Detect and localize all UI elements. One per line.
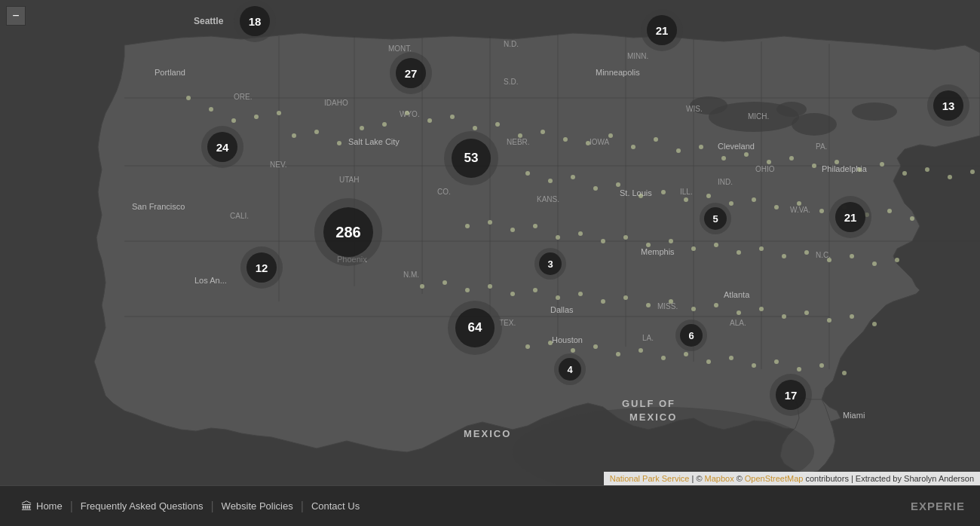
map-dot bbox=[804, 310, 809, 315]
cluster-outer: 3 bbox=[534, 248, 566, 280]
map-dot bbox=[593, 186, 598, 191]
map-dot bbox=[714, 243, 718, 247]
cluster-outer: 18 bbox=[234, 0, 276, 42]
map-dot bbox=[752, 363, 756, 368]
zoom-controls: − bbox=[6, 6, 26, 26]
map-dot bbox=[819, 363, 824, 368]
map-dot bbox=[548, 341, 553, 345]
zoom-out-button[interactable]: − bbox=[6, 6, 26, 26]
svg-text:Salt Lake City: Salt Lake City bbox=[348, 137, 400, 146]
cluster-marker-seattle[interactable]: 18 bbox=[234, 0, 276, 42]
cluster-inner: 13 bbox=[933, 90, 963, 121]
cluster-marker-mississippi[interactable]: 6 bbox=[675, 320, 707, 351]
map-dot bbox=[706, 194, 711, 198]
footer-contact-label: Contact Us bbox=[311, 500, 360, 512]
map-dot bbox=[277, 111, 281, 115]
footer-contact-item[interactable]: Contact Us bbox=[305, 500, 366, 512]
map-dot bbox=[646, 243, 651, 247]
map-dot bbox=[669, 299, 673, 304]
cluster-outer: 4 bbox=[554, 353, 586, 385]
map-dot bbox=[337, 141, 341, 145]
svg-text:Seattle: Seattle bbox=[194, 16, 224, 26]
map-background: Seattle Portland San Francisco Los An...… bbox=[0, 0, 980, 485]
cluster-marker-tennessee[interactable]: 5 bbox=[700, 203, 731, 234]
map-dot bbox=[510, 292, 515, 296]
svg-text:CO.: CO. bbox=[437, 188, 451, 196]
cluster-marker-houston-east[interactable]: 4 bbox=[554, 353, 586, 385]
cluster-marker-boston[interactable]: 13 bbox=[927, 84, 969, 127]
svg-point-8 bbox=[852, 102, 897, 121]
cluster-marker-denver[interactable]: 53 bbox=[444, 131, 498, 185]
svg-text:MISS.: MISS. bbox=[657, 302, 678, 310]
map-dot bbox=[782, 254, 786, 258]
svg-text:NEBR.: NEBR. bbox=[507, 138, 530, 146]
cluster-marker-phoenix[interactable]: 286 bbox=[314, 198, 382, 266]
cluster-outer: 286 bbox=[314, 198, 382, 266]
map-dot bbox=[382, 122, 387, 127]
osm-link[interactable]: OpenStreetMap bbox=[745, 474, 804, 483]
map-dot bbox=[774, 205, 779, 209]
map-dot bbox=[639, 194, 643, 198]
map-dot bbox=[654, 137, 658, 142]
map-dot bbox=[782, 314, 786, 319]
map-dot bbox=[737, 310, 741, 315]
map-dot bbox=[525, 171, 530, 176]
cluster-outer: 27 bbox=[390, 52, 432, 94]
map-dot bbox=[510, 228, 515, 232]
footer-home-item[interactable]: 🏛 Home bbox=[15, 500, 69, 512]
svg-text:WYO.: WYO. bbox=[400, 110, 420, 118]
cluster-inner: 286 bbox=[323, 207, 373, 257]
map-dot bbox=[450, 115, 455, 119]
cluster-marker-montana-wy[interactable]: 27 bbox=[390, 52, 432, 94]
footer-policies-item[interactable]: Website Policies bbox=[216, 500, 299, 512]
footer-policies-label: Website Policies bbox=[222, 500, 293, 512]
footer-faq-item[interactable]: Frequently Asked Questions bbox=[75, 500, 210, 512]
map-dot bbox=[714, 303, 718, 307]
map-dot bbox=[729, 356, 733, 360]
map-dot bbox=[488, 284, 492, 289]
map-dot bbox=[752, 197, 756, 202]
map-dot bbox=[186, 96, 191, 100]
cluster-marker-los-angeles[interactable]: 12 bbox=[240, 246, 283, 289]
svg-text:N.D.: N.D. bbox=[504, 40, 519, 48]
cluster-marker-philadelphia[interactable]: 21 bbox=[829, 196, 871, 238]
cluster-outer: 53 bbox=[444, 131, 498, 185]
cluster-marker-florida-west[interactable]: 17 bbox=[770, 374, 812, 416]
cluster-inner: 18 bbox=[240, 6, 270, 36]
map-dot bbox=[948, 175, 952, 179]
map-dot bbox=[639, 348, 643, 353]
map-dot bbox=[661, 356, 666, 360]
map-dot bbox=[902, 171, 907, 176]
mapbox-link[interactable]: Mapbox bbox=[705, 474, 734, 483]
map-dot bbox=[706, 359, 711, 364]
map-dot bbox=[684, 197, 688, 202]
cluster-marker-dallas-center[interactable]: 3 bbox=[534, 248, 566, 280]
cluster-marker-austin-san-antonio[interactable]: 64 bbox=[448, 301, 502, 355]
map-dot bbox=[819, 209, 824, 213]
svg-text:Dallas: Dallas bbox=[550, 305, 574, 314]
map-dot bbox=[608, 133, 613, 138]
svg-text:WIS.: WIS. bbox=[686, 105, 703, 113]
map-dot bbox=[842, 371, 847, 375]
attribution-bar: National Park Service | © Mapbox © OpenS… bbox=[604, 472, 980, 485]
nps-link[interactable]: National Park Service bbox=[610, 474, 690, 483]
footer-home-label: Home bbox=[36, 500, 63, 512]
cluster-inner: 6 bbox=[680, 324, 703, 347]
svg-text:St. Louis: St. Louis bbox=[620, 188, 652, 197]
cluster-marker-san-francisco[interactable]: 24 bbox=[201, 126, 243, 168]
cluster-inner: 64 bbox=[455, 308, 495, 347]
cluster-outer: 21 bbox=[641, 9, 683, 51]
map-dot bbox=[684, 352, 688, 356]
cluster-marker-north-dakota[interactable]: 21 bbox=[641, 9, 683, 51]
map-dot bbox=[759, 246, 764, 251]
cluster-inner: 21 bbox=[647, 15, 677, 45]
footer: 🏛 Home | Frequently Asked Questions | We… bbox=[0, 485, 980, 526]
svg-text:Portland: Portland bbox=[155, 68, 185, 77]
map-dot bbox=[646, 303, 651, 307]
map-dot bbox=[465, 224, 470, 228]
map-dot bbox=[518, 133, 522, 138]
map-dot bbox=[586, 141, 590, 145]
cluster-inner: 4 bbox=[559, 358, 581, 381]
svg-text:Minneapolis: Minneapolis bbox=[596, 68, 640, 77]
map-dot bbox=[721, 156, 726, 161]
